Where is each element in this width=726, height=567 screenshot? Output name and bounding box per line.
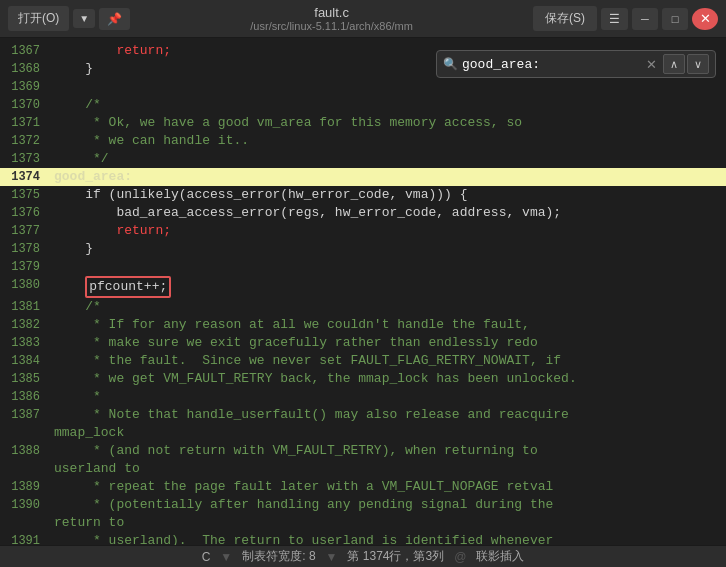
file-name: fault.c (136, 5, 527, 20)
search-next-button[interactable]: ∨ (687, 54, 709, 74)
code-line: 1375 if (unlikely(access_error(hw_error_… (0, 186, 726, 204)
line-number: 1370 (0, 96, 50, 114)
code-line: 1381 /* (0, 298, 726, 316)
line-content: good_area: (50, 168, 726, 186)
code-line: return to (0, 514, 726, 532)
line-content: * userland). The return to userland is i… (50, 532, 726, 545)
line-number: 1368 (0, 60, 50, 78)
titlebar: 打开(O) ▼ 📌 fault.c /usr/src/linux-5.11.1/… (0, 0, 726, 38)
titlebar-right: 保存(S) ☰ ─ □ ✕ (533, 6, 718, 31)
menu-button[interactable]: ☰ (601, 8, 628, 30)
line-number: 1380 (0, 276, 50, 294)
code-line: 1376 bad_area_access_error(regs, hw_erro… (0, 204, 726, 222)
open-dropdown-button[interactable]: ▼ (73, 9, 95, 28)
code-line: 1379 (0, 258, 726, 276)
line-content: * (and not return with VM_FAULT_RETRY), … (50, 442, 726, 460)
statusbar-position: 第 1374行，第3列 (347, 548, 444, 565)
code-line: 1387 * Note that handle_userfault() may … (0, 406, 726, 424)
line-number: 1390 (0, 496, 50, 514)
line-number: 1389 (0, 478, 50, 496)
line-number: 1372 (0, 132, 50, 150)
line-content: * Note that handle_userfault() may also … (50, 406, 726, 424)
search-clear-button[interactable]: ✕ (644, 57, 659, 72)
line-content: return; (50, 222, 726, 240)
line-content: mmap_lock (50, 424, 726, 442)
close-button[interactable]: ✕ (692, 8, 718, 30)
code-line: 1380 pfcount++; (0, 276, 726, 298)
code-line: 1383 * make sure we exit gracefully rath… (0, 334, 726, 352)
titlebar-left: 打开(O) ▼ 📌 (8, 6, 130, 31)
search-icon: 🔍 (443, 57, 458, 72)
line-content: if (unlikely(access_error(hw_error_code,… (50, 186, 726, 204)
code-line: 1371 * Ok, we have a good vm_area for th… (0, 114, 726, 132)
code-area: 1367 return;1368 }13691370 /*1371 * Ok, … (0, 38, 726, 545)
search-input[interactable] (462, 57, 640, 72)
code-line: 1369 (0, 78, 726, 96)
maximize-button[interactable]: □ (662, 8, 688, 30)
line-number: 1382 (0, 316, 50, 334)
line-number: 1383 (0, 334, 50, 352)
code-line: 1390 * (potentially after handling any p… (0, 496, 726, 514)
save-button[interactable]: 保存(S) (533, 6, 597, 31)
statusbar: C ▼ 制表符宽度: 8 ▼ 第 1374行，第3列 @ 联影插入 (0, 545, 726, 567)
line-content: * we can handle it.. (50, 132, 726, 150)
line-content: } (50, 240, 726, 258)
search-prev-button[interactable]: ∧ (663, 54, 685, 74)
code-line: 1378 } (0, 240, 726, 258)
line-content: /* (50, 96, 726, 114)
line-content: pfcount++; (50, 276, 726, 298)
pfcount-box: pfcount++; (85, 276, 171, 298)
code-line: userland to (0, 460, 726, 478)
line-content: * Ok, we have a good vm_area for this me… (50, 114, 726, 132)
pin-button[interactable]: 📌 (99, 8, 130, 30)
line-number: 1387 (0, 406, 50, 424)
line-content: * make sure we exit gracefully rather th… (50, 334, 726, 352)
code-line: 1385 * we get VM_FAULT_RETRY back, the m… (0, 370, 726, 388)
line-content: * the fault. Since we never set FAULT_FL… (50, 352, 726, 370)
line-content: */ (50, 150, 726, 168)
statusbar-tab[interactable]: 制表符宽度: 8 (242, 548, 315, 565)
line-content: * (50, 388, 726, 406)
line-number: 1385 (0, 370, 50, 388)
code-line: 1373 */ (0, 150, 726, 168)
minimize-button[interactable]: ─ (632, 8, 658, 30)
line-number: 1386 (0, 388, 50, 406)
code-line: 1374good_area: (0, 168, 726, 186)
line-content: userland to (50, 460, 726, 478)
line-number: 1384 (0, 352, 50, 370)
code-line: 1386 * (0, 388, 726, 406)
code-line: 1372 * we can handle it.. (0, 132, 726, 150)
titlebar-center: fault.c /usr/src/linux-5.11.1/arch/x86/m… (136, 5, 527, 32)
code-line: 1389 * repeat the page fault later with … (0, 478, 726, 496)
search-bar: 🔍 ✕ ∧ ∨ (436, 50, 716, 78)
code-line: 1391 * userland). The return to userland… (0, 532, 726, 545)
line-number: 1374 (0, 168, 50, 186)
line-number: 1371 (0, 114, 50, 132)
code-line: 1388 * (and not return with VM_FAULT_RET… (0, 442, 726, 460)
statusbar-lang[interactable]: C (202, 550, 211, 564)
line-number: 1369 (0, 78, 50, 96)
code-line: 1384 * the fault. Since we never set FAU… (0, 352, 726, 370)
line-content: bad_area_access_error(regs, hw_error_cod… (50, 204, 726, 222)
line-number: 1379 (0, 258, 50, 276)
line-number: 1391 (0, 532, 50, 545)
line-content: * (potentially after handling any pendin… (50, 496, 726, 514)
line-number: 1367 (0, 42, 50, 60)
open-button[interactable]: 打开(O) (8, 6, 69, 31)
line-number: 1375 (0, 186, 50, 204)
line-number: 1378 (0, 240, 50, 258)
line-number: 1373 (0, 150, 50, 168)
code-line: 1370 /* (0, 96, 726, 114)
line-content: * we get VM_FAULT_RETRY back, the mmap_l… (50, 370, 726, 388)
search-nav: ∧ ∨ (663, 54, 709, 74)
line-number: 1381 (0, 298, 50, 316)
code-line: mmap_lock (0, 424, 726, 442)
file-path: /usr/src/linux-5.11.1/arch/x86/mm (136, 20, 527, 32)
line-content: * repeat the page fault later with a VM_… (50, 478, 726, 496)
line-number: 1388 (0, 442, 50, 460)
line-content: return to (50, 514, 726, 532)
code-line: 1377 return; (0, 222, 726, 240)
line-number: 1377 (0, 222, 50, 240)
statusbar-plugin: 联影插入 (476, 548, 524, 565)
code-line: 1382 * If for any reason at all we could… (0, 316, 726, 334)
